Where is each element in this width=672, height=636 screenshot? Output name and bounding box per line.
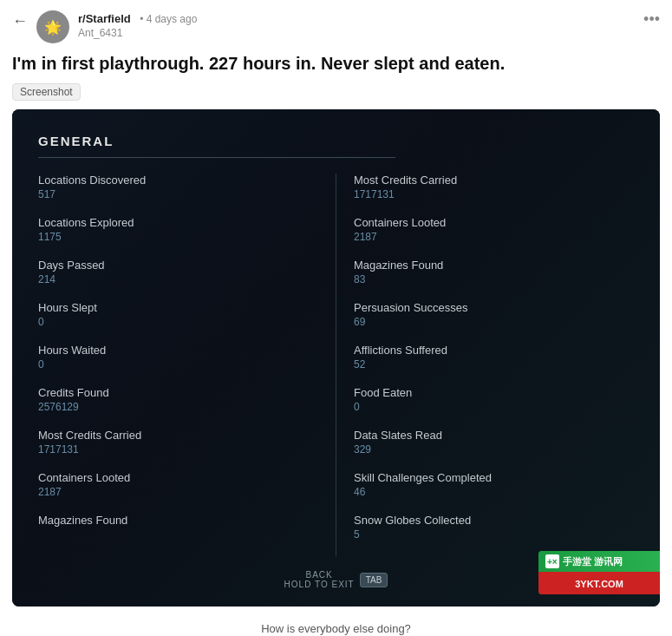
stat-label: Locations Explored xyxy=(38,216,318,229)
stat-label: Afflictions Suffered xyxy=(354,344,634,357)
back-button[interactable]: ← xyxy=(12,12,28,30)
back-action: BACK HOLD TO EXIT xyxy=(284,570,355,589)
watermark-url: 3YKT.COM xyxy=(575,579,623,589)
watermark-icon: +× xyxy=(545,554,559,568)
stat-label: Magazines Found xyxy=(354,259,634,272)
stat-value: 1717131 xyxy=(38,443,318,456)
tab-key-badge: TAB xyxy=(360,573,388,587)
stat-value: 5 xyxy=(354,528,634,541)
screenshot-container: GENERAL Locations Discovered 517 Locatio… xyxy=(12,109,660,606)
screenshot-tag[interactable]: Screenshot xyxy=(12,83,81,101)
stat-label: Magazines Found xyxy=(38,514,318,527)
stat-label: Locations Discovered xyxy=(38,174,318,187)
tag-bar: Screenshot xyxy=(0,83,672,109)
stat-value: 214 xyxy=(38,273,318,285)
stat-label: Hours Waited xyxy=(38,344,318,357)
list-item: Magazines Found 83 xyxy=(354,259,634,285)
post-meta: r/Starfield • 4 days ago Ant_6431 xyxy=(78,10,635,39)
stat-value: 2187 xyxy=(354,231,634,243)
stats-columns: Locations Discovered 517 Locations Explo… xyxy=(38,174,634,556)
stat-label: Skill Challenges Completed xyxy=(354,471,634,484)
list-item: Containers Looted 2187 xyxy=(354,216,634,243)
stat-value: 517 xyxy=(38,188,318,200)
post-author: Ant_6431 xyxy=(78,27,635,39)
stat-value: 1717131 xyxy=(354,188,634,200)
back-label: BACK xyxy=(284,570,355,580)
list-item: Magazines Found xyxy=(38,514,318,527)
section-divider xyxy=(38,157,395,158)
stat-label: Persuasion Successes xyxy=(354,301,634,314)
stat-value: 69 xyxy=(354,316,634,328)
stat-value: 1175 xyxy=(38,231,318,243)
stat-value: 0 xyxy=(38,358,318,370)
watermark-bottom: 3YKT.COM xyxy=(538,572,660,594)
list-item: Food Eaten 0 xyxy=(354,386,634,413)
list-item: Days Passed 214 xyxy=(38,259,318,285)
svg-text:+×: +× xyxy=(547,557,558,567)
stat-label: Containers Looted xyxy=(354,216,634,229)
stat-label: Food Eaten xyxy=(354,386,634,399)
stat-value: 329 xyxy=(354,443,634,456)
list-item: Data Slates Read 329 xyxy=(354,429,634,456)
watermark-top: +× 手游堂 游讯网 xyxy=(538,551,660,572)
list-item: Hours Waited 0 xyxy=(38,344,318,370)
list-item: Snow Globes Collected 5 xyxy=(354,514,634,541)
post-title: I'm in first playthrough. 227 hours in. … xyxy=(0,49,672,83)
footer-text: How is everybody else doing? xyxy=(261,622,411,635)
list-item: Locations Explored 1175 xyxy=(38,216,318,243)
list-item: Most Credits Carried 1717131 xyxy=(38,429,318,456)
stat-label: Hours Slept xyxy=(38,301,318,314)
more-button[interactable]: ••• xyxy=(643,10,660,29)
stat-label: Most Credits Carried xyxy=(38,429,318,442)
section-title: GENERAL xyxy=(38,134,634,148)
game-ui: GENERAL Locations Discovered 517 Locatio… xyxy=(12,109,660,606)
stats-col-right: Most Credits Carried 1717131 Containers … xyxy=(336,174,634,556)
subreddit-label[interactable]: r/Starfield xyxy=(78,12,131,25)
list-item: Skill Challenges Completed 46 xyxy=(354,471,634,498)
stat-label: Containers Looted xyxy=(38,471,318,484)
stat-label: Snow Globes Collected xyxy=(354,514,634,527)
list-item: Most Credits Carried 1717131 xyxy=(354,174,634,200)
stats-col-left: Locations Discovered 517 Locations Explo… xyxy=(38,174,336,556)
list-item: Hours Slept 0 xyxy=(38,301,318,328)
stat-value: 52 xyxy=(354,358,634,370)
watermark-site-name: 手游堂 游讯网 xyxy=(563,555,623,568)
hold-label: HOLD TO EXIT xyxy=(284,580,355,589)
list-item: Locations Discovered 517 xyxy=(38,174,318,200)
avatar: 🌟 xyxy=(36,10,69,43)
list-item: Containers Looted 2187 xyxy=(38,471,318,498)
watermark: +× 手游堂 游讯网 3YKT.COM xyxy=(538,551,660,594)
stat-label: Data Slates Read xyxy=(354,429,634,442)
post-footer: How is everybody else doing? xyxy=(0,615,672,636)
list-item: Credits Found 2576129 xyxy=(38,386,318,413)
post-header: ← 🌟 r/Starfield • 4 days ago Ant_6431 ••… xyxy=(0,0,672,49)
stat-value: 83 xyxy=(354,273,634,285)
post-time: • 4 days ago xyxy=(140,13,197,25)
stat-label: Credits Found xyxy=(38,386,318,399)
stat-value: 0 xyxy=(38,316,318,328)
list-item: Persuasion Successes 69 xyxy=(354,301,634,328)
list-item: Afflictions Suffered 52 xyxy=(354,344,634,370)
stat-value: 0 xyxy=(354,401,634,413)
stat-value: 2576129 xyxy=(38,401,318,413)
stat-label: Days Passed xyxy=(38,259,318,272)
stat-value: 46 xyxy=(354,486,634,498)
stat-label: Most Credits Carried xyxy=(354,174,634,187)
stat-value: 2187 xyxy=(38,486,318,498)
